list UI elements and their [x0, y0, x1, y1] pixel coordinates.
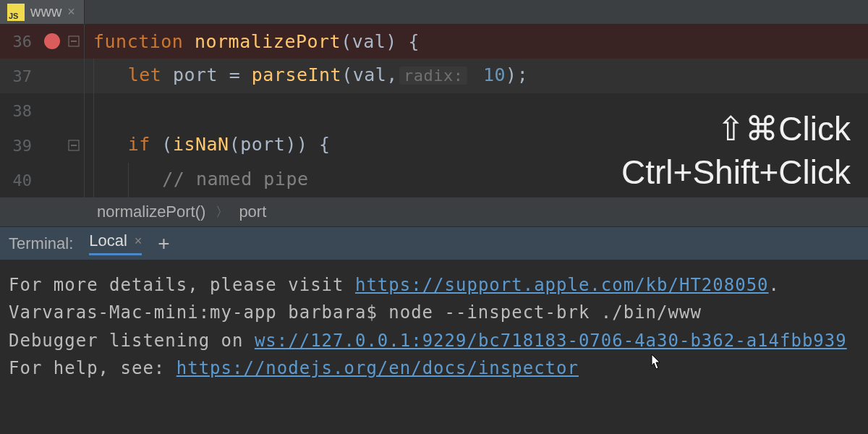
- terminal-title: Terminal:: [9, 234, 73, 253]
- terminal-line: Varvaras-Mac-mini:my-app barbara$ node -…: [9, 299, 859, 326]
- code-line[interactable]: 39 if (isNaN(port)) {: [0, 128, 868, 163]
- breadcrumb-item[interactable]: port: [239, 203, 266, 221]
- terminal-line: Debugger listening on ws://127.0.0.1:922…: [9, 327, 859, 354]
- add-terminal-button[interactable]: +: [158, 232, 169, 255]
- pointer-cursor-icon: [647, 352, 662, 380]
- breadcrumb[interactable]: normalizePort() 〉 port: [0, 197, 868, 226]
- file-tab-label: www: [30, 4, 61, 20]
- terminal-tab-label: Local: [89, 231, 127, 250]
- terminal-line: For help, see: https://nodejs.org/en/doc…: [9, 354, 859, 382]
- code-text[interactable]: [93, 93, 128, 128]
- file-tab-bar: JS www ×: [0, 0, 868, 24]
- line-number[interactable]: 37: [0, 67, 41, 85]
- breakpoint-gutter[interactable]: [41, 33, 64, 49]
- breakpoint-icon[interactable]: [44, 33, 60, 49]
- file-tab-www[interactable]: JS www ×: [0, 0, 85, 24]
- breadcrumb-item[interactable]: normalizePort(): [97, 203, 205, 221]
- terminal-link[interactable]: https://support.apple.com/kb/HT208050: [355, 275, 769, 295]
- code-text[interactable]: if (isNaN(port)) {: [93, 128, 331, 163]
- code-line[interactable]: 36function normalizePort(val) {: [0, 24, 868, 59]
- code-text[interactable]: function normalizePort(val) {: [93, 31, 420, 52]
- code-text[interactable]: let port = parseInt(val,radix: 10);: [93, 59, 528, 93]
- fold-gutter[interactable]: [64, 35, 84, 47]
- terminal-link[interactable]: ws://127.0.0.1:9229/bc718183-0706-4a30-b…: [255, 331, 847, 351]
- javascript-file-icon: JS: [7, 4, 25, 21]
- line-number[interactable]: 36: [0, 33, 41, 51]
- parameter-hint: radix:: [399, 67, 467, 85]
- terminal-tab-local[interactable]: Local ×: [89, 231, 142, 255]
- close-icon[interactable]: ×: [67, 4, 75, 20]
- fold-icon[interactable]: [68, 35, 80, 47]
- code-line[interactable]: 37 let port = parseInt(val,radix: 10);: [0, 59, 868, 93]
- code-text[interactable]: // named pipe: [93, 163, 308, 197]
- chevron-right-icon: 〉: [216, 203, 229, 221]
- terminal-link[interactable]: https://nodejs.org/en/docs/inspector: [176, 358, 579, 378]
- terminal-line: For more details, please visit https://s…: [9, 271, 859, 299]
- code-editor[interactable]: ⇧⌘Click Ctrl+Shift+Click 36function norm…: [0, 24, 868, 197]
- fold-gutter[interactable]: [64, 140, 84, 151]
- close-icon[interactable]: ×: [135, 234, 142, 249]
- line-number[interactable]: 40: [0, 171, 41, 190]
- line-number[interactable]: 39: [0, 137, 41, 155]
- terminal-panel-header: Terminal: Local × +: [0, 226, 868, 260]
- fold-icon[interactable]: [68, 140, 80, 151]
- line-number[interactable]: 38: [0, 102, 41, 120]
- code-line[interactable]: 38: [0, 93, 868, 128]
- terminal-output[interactable]: For more details, please visit https://s…: [0, 260, 868, 434]
- code-line[interactable]: 40 // named pipe: [0, 163, 868, 197]
